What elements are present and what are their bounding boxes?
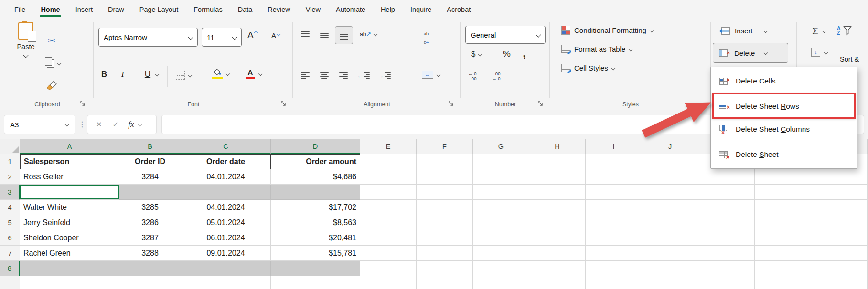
empty-cells[interactable] xyxy=(360,230,868,246)
cell-B9[interactable] xyxy=(119,276,181,289)
middle-align-button[interactable] xyxy=(316,26,333,44)
cell-C8[interactable] xyxy=(181,261,271,276)
cell-A6[interactable]: Sheldon Cooper xyxy=(20,230,119,246)
cell-A8[interactable] xyxy=(20,261,119,276)
col-header-F[interactable]: F xyxy=(417,139,473,154)
cell-A5[interactable]: Jerry Seinfeld xyxy=(20,215,119,230)
menu-item-delete-cells[interactable]: × Delete Cells... xyxy=(711,70,857,93)
col-header-C[interactable]: C xyxy=(181,139,271,154)
percent-style-button[interactable]: % xyxy=(503,49,511,59)
decrease-decimal-button[interactable]: .00→.0 xyxy=(492,72,500,81)
decrease-indent-button[interactable]: ← xyxy=(355,67,372,85)
cell-D9[interactable] xyxy=(271,276,360,289)
empty-cells[interactable] xyxy=(360,261,868,276)
cell-A7[interactable]: Rachel Green xyxy=(20,246,119,261)
cell-C4[interactable]: 04.01.2024 xyxy=(181,200,271,215)
row-header-2[interactable]: 2 xyxy=(0,169,20,185)
tab-file[interactable]: File xyxy=(7,1,33,18)
cell-styles-button[interactable]: Cell Styles xyxy=(561,64,615,72)
drag-handle-icon[interactable]: ⋮ xyxy=(78,120,86,129)
cell-D7[interactable]: $15,781 xyxy=(271,246,360,261)
tab-data[interactable]: Data xyxy=(230,1,260,18)
tab-insert[interactable]: Insert xyxy=(68,1,100,18)
autosum-button[interactable]: Σ xyxy=(812,26,825,36)
decrease-font-size-button[interactable]: A xyxy=(271,32,280,39)
cell-B1[interactable]: Order ID xyxy=(119,154,181,169)
select-all-corner[interactable] xyxy=(0,139,20,154)
tab-home[interactable]: Home xyxy=(33,1,67,18)
col-header-H[interactable]: H xyxy=(529,139,586,154)
cell-D5[interactable]: $8,563 xyxy=(271,215,360,230)
paste-button[interactable]: Paste xyxy=(11,22,41,57)
increase-decimal-button[interactable]: ←.0.00 xyxy=(468,72,476,81)
cell-A2[interactable]: Ross Geller xyxy=(20,169,119,185)
cell-D2[interactable]: $4,686 xyxy=(271,169,360,185)
empty-cells[interactable] xyxy=(360,185,868,200)
col-header-A[interactable]: A xyxy=(20,139,119,154)
menu-item-delete-sheet[interactable]: × Delete Sheet xyxy=(711,143,857,166)
cell-B6[interactable]: 3287 xyxy=(119,230,181,246)
empty-cells[interactable] xyxy=(360,169,868,185)
tab-help[interactable]: Help xyxy=(373,1,403,18)
italic-button[interactable]: I xyxy=(121,70,124,79)
cell-B4[interactable]: 3285 xyxy=(119,200,181,215)
tab-acrobat[interactable]: Acrobat xyxy=(439,1,478,18)
row-header-7[interactable]: 7 xyxy=(0,246,20,261)
align-right-button[interactable] xyxy=(335,67,352,85)
col-header-J[interactable]: J xyxy=(642,139,698,154)
accounting-format-button[interactable]: $ xyxy=(471,50,482,59)
empty-cells[interactable] xyxy=(360,246,868,261)
format-painter-button[interactable] xyxy=(47,80,57,93)
cell-B3[interactable] xyxy=(119,185,181,200)
insert-button[interactable]: Insert xyxy=(717,27,767,35)
conditional-formatting-button[interactable]: Conditional Formatting xyxy=(561,26,653,35)
cell-D8[interactable] xyxy=(271,261,360,276)
name-box[interactable]: A3 xyxy=(4,115,75,134)
cell-C1[interactable]: Order date xyxy=(181,154,271,169)
tab-draw[interactable]: Draw xyxy=(100,1,132,18)
bottom-align-button[interactable] xyxy=(335,26,353,44)
col-header-B[interactable]: B xyxy=(119,139,181,154)
number-format-select[interactable]: General xyxy=(465,26,546,44)
tab-automate[interactable]: Automate xyxy=(328,1,373,18)
cancel-button[interactable]: ✕ xyxy=(96,120,102,129)
clipboard-dialog-launcher[interactable] xyxy=(80,101,86,107)
increase-font-size-button[interactable]: A xyxy=(247,31,257,40)
comma-style-button[interactable]: , xyxy=(523,46,526,61)
cell-C7[interactable]: 09.01.2024 xyxy=(181,246,271,261)
wrap-text-button[interactable]: ab c↩ xyxy=(424,29,429,46)
cell-D3[interactable] xyxy=(271,185,360,200)
row-header-1[interactable]: 1 xyxy=(0,154,20,169)
tab-view[interactable]: View xyxy=(298,1,328,18)
cell-D1[interactable]: Order amount xyxy=(271,154,360,169)
tab-formulas[interactable]: Formulas xyxy=(186,1,230,18)
cell-B2[interactable]: 3284 xyxy=(119,169,181,185)
delete-button[interactable]: × Delete xyxy=(713,43,788,63)
row-header-6[interactable]: 6 xyxy=(0,230,20,246)
col-header-E[interactable]: E xyxy=(360,139,417,154)
cell-A9[interactable] xyxy=(20,276,119,289)
fill-color-button[interactable] xyxy=(212,69,229,79)
font-size-select[interactable]: 11 xyxy=(202,28,242,47)
font-color-button[interactable]: A xyxy=(246,69,262,79)
cell-D6[interactable]: $20,481 xyxy=(271,230,360,246)
font-dialog-launcher[interactable] xyxy=(280,101,287,107)
copy-button[interactable] xyxy=(47,59,61,68)
cell-D4[interactable]: $17,702 xyxy=(271,200,360,215)
cell-C5[interactable]: 05.01.2024 xyxy=(181,215,271,230)
cell-C9[interactable] xyxy=(181,276,271,289)
cell-C6[interactable]: 06.01.2024 xyxy=(181,230,271,246)
cell-B7[interactable]: 3288 xyxy=(119,246,181,261)
font-family-select[interactable]: Aptos Narrow xyxy=(98,28,198,47)
align-left-button[interactable] xyxy=(297,67,314,85)
empty-cells[interactable] xyxy=(360,215,868,230)
col-header-G[interactable]: G xyxy=(473,139,529,154)
insert-function-button[interactable]: fx xyxy=(128,120,134,129)
cut-button[interactable]: ✂ xyxy=(48,36,55,46)
merge-center-button[interactable]: ↔ xyxy=(422,71,440,79)
menu-item-delete-sheet-columns[interactable]: × Delete Sheet Columns xyxy=(711,118,857,141)
col-header-D[interactable]: D xyxy=(271,139,360,154)
cell-B8[interactable] xyxy=(119,261,181,276)
bold-button[interactable]: B xyxy=(101,70,107,79)
tab-inquire[interactable]: Inquire xyxy=(403,1,439,18)
